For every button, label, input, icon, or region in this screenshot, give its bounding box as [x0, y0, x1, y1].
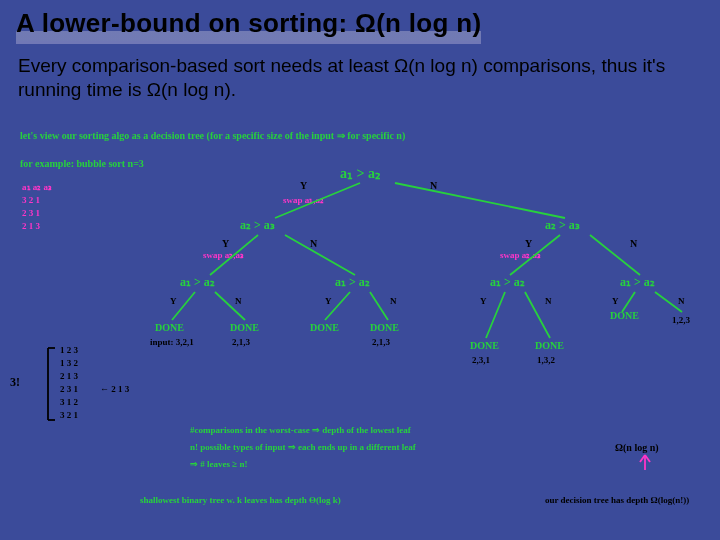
node-l3-d: a₁ > a₂	[620, 275, 655, 290]
leaf-done-e: DONE	[470, 340, 499, 351]
leaf-done-a: DONE	[155, 322, 184, 333]
title-area: A lower-bound on sorting: Ω(n log n)	[0, 0, 720, 44]
node-l3-b: a₁ > a₂	[335, 275, 370, 290]
hand-left-r1: 3 2 1	[22, 195, 40, 205]
lbl-y3b: Y	[325, 296, 332, 306]
lbl-n2b: N	[630, 238, 637, 249]
lbl-y3a: Y	[170, 296, 177, 306]
note-ourtree: our decision tree has depth Ω(log(n!))	[545, 495, 689, 505]
lbl-y3c: Y	[480, 296, 487, 306]
note-leaves: ⇒ # leaves ≥ n!	[190, 459, 247, 469]
leaf-done-b: DONE	[230, 322, 259, 333]
slide: A lower-bound on sorting: Ω(n log n) Eve…	[0, 0, 720, 540]
node-l3-a: a₁ > a₂	[180, 275, 215, 290]
hand-intro: let's view our sorting algo as a decisio…	[20, 130, 405, 141]
leaf-b-val: 2,1,3	[232, 337, 250, 347]
note-cmp: #comparisons in the worst-case ⇒ depth o…	[190, 425, 411, 435]
svg-line-9	[370, 292, 388, 320]
svg-line-18	[640, 455, 645, 462]
hand-left-header: a₁ a₂ a₃	[22, 182, 52, 192]
swap-l2a: swap a₂,a₃	[203, 250, 244, 260]
lbl-y1: Y	[300, 180, 307, 191]
leaf-done-c: DONE	[310, 322, 339, 333]
leaf-g-val: 1,2,3	[672, 315, 690, 325]
lbl-y2b: Y	[525, 238, 532, 249]
slide-body: Every comparison-based sort needs at lea…	[0, 44, 720, 102]
hand-perm2: 1 3 2	[60, 358, 78, 368]
hand-perm-note: ← 2 1 3	[100, 384, 129, 394]
swap-l2b: swap a₂,a₃	[500, 250, 541, 260]
lbl-y2a: Y	[222, 238, 229, 249]
leaf-done-f: DONE	[535, 340, 564, 351]
lbl-n3d: N	[678, 296, 685, 306]
leaf-done-a-in: input: 3,2,1	[150, 337, 194, 347]
leaf-done-d: DONE	[370, 322, 399, 333]
leaf-done-g: DONE	[610, 310, 639, 321]
slide-title: A lower-bound on sorting: Ω(n log n)	[16, 8, 481, 44]
svg-line-19	[645, 455, 650, 462]
leaf-f-val: 1,3,2	[537, 355, 555, 365]
leaf-d-val: 2,1,3	[372, 337, 390, 347]
svg-line-10	[486, 292, 505, 338]
node-root: a₁ > a₂	[340, 165, 381, 182]
svg-line-12	[622, 292, 635, 312]
lbl-n1: N	[430, 180, 437, 191]
node-l2-left: a₂ > a₃	[240, 218, 275, 233]
svg-line-1	[395, 183, 565, 218]
hand-perm3: 2 1 3	[60, 371, 78, 381]
hand-perm4: 2 3 1	[60, 384, 78, 394]
hand-perm5: 3 1 2	[60, 397, 78, 407]
lbl-n3c: N	[545, 296, 552, 306]
node-l3-c: a₁ > a₂	[490, 275, 525, 290]
hand-omega: Ω(n log n)	[615, 442, 659, 453]
hand-left-r3: 2 1 3	[22, 221, 40, 231]
swap-root: swap a₁,a₂	[283, 195, 324, 205]
lbl-n3b: N	[390, 296, 397, 306]
hand-perms-label: 3!	[10, 375, 20, 390]
note-shallow: shallowest binary tree w. k leaves has d…	[140, 495, 341, 505]
lbl-n2a: N	[310, 238, 317, 249]
node-l2-right: a₂ > a₃	[545, 218, 580, 233]
leaf-e-val: 2,3,1	[472, 355, 490, 365]
hand-example-label: for example: bubble sort n=3	[20, 158, 144, 169]
lbl-y3d: Y	[612, 296, 619, 306]
hand-perm6: 3 2 1	[60, 410, 78, 420]
hand-left-r2: 2 3 1	[22, 208, 40, 218]
hand-perm1: 1 2 3	[60, 345, 78, 355]
svg-line-3	[285, 235, 355, 275]
note-types: n! possible types of input ⇒ each ends u…	[190, 442, 416, 452]
lbl-n3a: N	[235, 296, 242, 306]
